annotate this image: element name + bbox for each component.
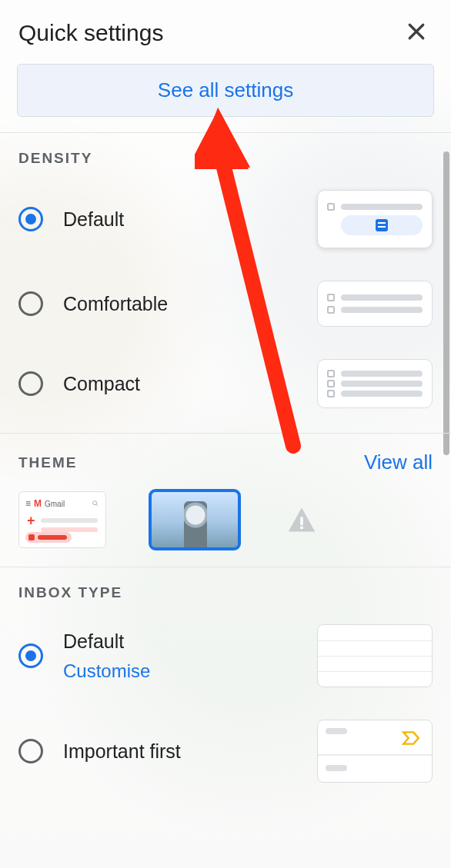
- density-option-default[interactable]: Default: [18, 190, 433, 248]
- density-label: Comfortable: [63, 293, 168, 315]
- radio-icon: [18, 291, 43, 316]
- density-preview-compact: [317, 359, 433, 408]
- radio-selected-icon: [18, 207, 43, 231]
- density-label: Compact: [63, 373, 140, 395]
- inbox-type-label-text: Default: [63, 630, 124, 652]
- panel-header: Quick settings: [0, 0, 451, 58]
- panel-title: Quick settings: [18, 20, 163, 46]
- inbox-type-option-important-first[interactable]: Important first: [18, 720, 433, 783]
- radio-icon: [18, 371, 43, 396]
- quick-settings-panel: Quick settings See all settings DENSITY …: [0, 0, 451, 868]
- warning-icon: [286, 505, 318, 534]
- section-theme: THEME View all ≡MGmail +: [0, 433, 451, 567]
- density-preview-default: [317, 190, 433, 248]
- inbox-preview-important-first: [317, 720, 433, 783]
- theme-swatch-gmail-default[interactable]: ≡MGmail +: [18, 491, 106, 548]
- gmail-m-icon: M: [34, 498, 42, 509]
- close-icon: [405, 20, 428, 43]
- section-title-density: DENSITY: [18, 150, 92, 167]
- inbox-preview-default: [317, 624, 433, 687]
- svg-point-0: [93, 501, 97, 505]
- radio-selected-icon: [18, 644, 43, 668]
- menu-icon: ≡: [25, 498, 31, 509]
- density-preview-comfortable: [317, 281, 433, 327]
- density-label: Default: [63, 208, 124, 231]
- inbox-type-option-default[interactable]: Default Customise: [18, 624, 433, 687]
- customise-link[interactable]: Customise: [63, 660, 150, 682]
- theme-swatch-high-contrast[interactable]: [283, 501, 320, 538]
- svg-rect-2: [300, 527, 302, 529]
- inbox-type-label: Default Customise: [63, 630, 150, 682]
- search-icon: [92, 497, 99, 510]
- view-all-themes-link[interactable]: View all: [364, 451, 433, 474]
- density-option-compact[interactable]: Compact: [18, 359, 433, 408]
- plus-icon: +: [27, 514, 35, 527]
- section-title-inbox-type: INBOX TYPE: [18, 584, 122, 601]
- radio-icon: [18, 739, 43, 763]
- inbox-type-label: Important first: [63, 740, 181, 763]
- svg-rect-1: [300, 517, 302, 525]
- important-marker-icon: [401, 730, 421, 750]
- see-all-settings-button[interactable]: See all settings: [17, 64, 434, 117]
- close-button[interactable]: [400, 15, 433, 50]
- mail-icon: [376, 219, 388, 231]
- density-option-comfortable[interactable]: Comfortable: [18, 281, 433, 327]
- section-title-theme: THEME: [18, 454, 78, 471]
- theme-swatch-photo[interactable]: [151, 491, 239, 548]
- section-inbox-type: INBOX TYPE Default Customise Impor: [0, 567, 451, 801]
- section-density: DENSITY Default Comfortable: [0, 132, 451, 433]
